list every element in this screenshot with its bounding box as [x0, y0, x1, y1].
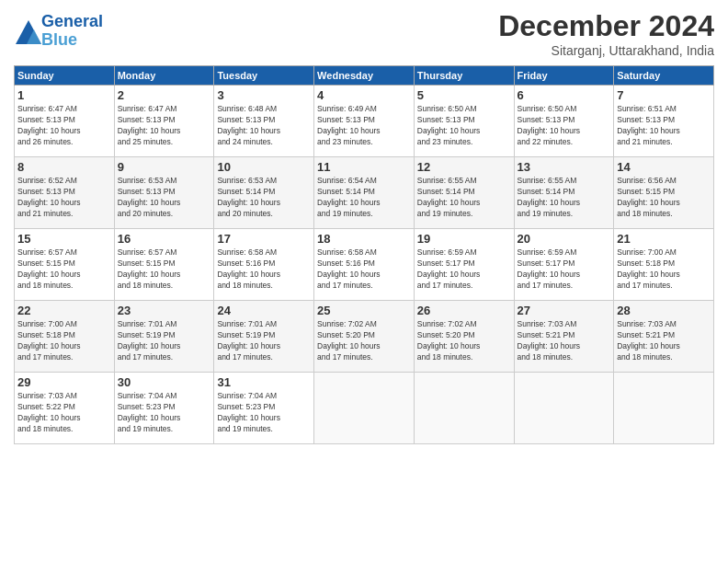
day-info: Sunrise: 7:00 AM Sunset: 5:18 PM Dayligh… — [17, 319, 111, 363]
day-info: Sunrise: 7:02 AM Sunset: 5:20 PM Dayligh… — [417, 319, 511, 363]
calendar-cell — [514, 373, 614, 444]
day-info: Sunrise: 6:52 AM Sunset: 5:13 PM Dayligh… — [17, 176, 111, 220]
main-container: General Blue December 2024 Sitarganj, Ut… — [0, 0, 728, 454]
day-info: Sunrise: 7:03 AM Sunset: 5:22 PM Dayligh… — [17, 391, 111, 435]
calendar-cell: 12Sunrise: 6:55 AM Sunset: 5:14 PM Dayli… — [414, 157, 514, 229]
calendar-cell: 27Sunrise: 7:03 AM Sunset: 5:21 PM Dayli… — [514, 301, 614, 373]
day-number: 28 — [617, 304, 711, 317]
header-saturday: Saturday — [614, 66, 714, 86]
calendar-week-4: 22Sunrise: 7:00 AM Sunset: 5:18 PM Dayli… — [15, 301, 714, 373]
day-number: 24 — [217, 304, 311, 317]
calendar-cell: 24Sunrise: 7:01 AM Sunset: 5:19 PM Dayli… — [214, 301, 314, 373]
day-number: 21 — [617, 232, 711, 246]
day-number: 15 — [17, 232, 111, 246]
day-info: Sunrise: 7:03 AM Sunset: 5:21 PM Dayligh… — [518, 319, 611, 363]
day-info: Sunrise: 6:53 AM Sunset: 5:14 PM Dayligh… — [217, 176, 311, 220]
calendar-cell: 7Sunrise: 6:51 AM Sunset: 5:13 PM Daylig… — [614, 86, 714, 157]
calendar-cell: 25Sunrise: 7:02 AM Sunset: 5:20 PM Dayli… — [314, 301, 415, 373]
day-number: 22 — [17, 304, 111, 317]
day-number: 18 — [317, 232, 411, 246]
header-monday: Monday — [114, 66, 214, 86]
day-number: 3 — [217, 88, 311, 102]
day-info: Sunrise: 7:03 AM Sunset: 5:21 PM Dayligh… — [617, 319, 711, 363]
calendar-cell: 6Sunrise: 6:50 AM Sunset: 5:13 PM Daylig… — [514, 86, 614, 157]
calendar-cell — [614, 373, 714, 444]
calendar-cell: 28Sunrise: 7:03 AM Sunset: 5:21 PM Dayli… — [614, 301, 714, 373]
logo-text: General Blue — [41, 13, 103, 50]
day-info: Sunrise: 7:01 AM Sunset: 5:19 PM Dayligh… — [217, 319, 311, 363]
day-number: 5 — [417, 88, 511, 102]
day-info: Sunrise: 6:48 AM Sunset: 5:13 PM Dayligh… — [217, 104, 311, 148]
location-title: Sitarganj, Uttarakhand, India — [498, 43, 714, 58]
calendar-cell: 31Sunrise: 7:04 AM Sunset: 5:23 PM Dayli… — [214, 373, 314, 444]
calendar-cell: 2Sunrise: 6:47 AM Sunset: 5:13 PM Daylig… — [114, 86, 214, 157]
calendar-cell — [314, 373, 415, 444]
day-info: Sunrise: 6:59 AM Sunset: 5:17 PM Dayligh… — [417, 247, 511, 292]
day-info: Sunrise: 6:55 AM Sunset: 5:14 PM Dayligh… — [417, 176, 511, 220]
calendar-cell: 19Sunrise: 6:59 AM Sunset: 5:17 PM Dayli… — [414, 229, 514, 301]
day-number: 30 — [118, 375, 211, 389]
calendar-cell: 16Sunrise: 6:57 AM Sunset: 5:15 PM Dayli… — [114, 229, 214, 301]
calendar-week-3: 15Sunrise: 6:57 AM Sunset: 5:15 PM Dayli… — [15, 229, 714, 301]
day-info: Sunrise: 6:57 AM Sunset: 5:15 PM Dayligh… — [118, 247, 211, 292]
day-info: Sunrise: 6:47 AM Sunset: 5:13 PM Dayligh… — [118, 104, 211, 148]
day-info: Sunrise: 6:53 AM Sunset: 5:13 PM Dayligh… — [118, 176, 211, 220]
day-info: Sunrise: 6:54 AM Sunset: 5:14 PM Dayligh… — [317, 176, 411, 220]
day-number: 31 — [217, 375, 311, 389]
month-title: December 2024 — [498, 9, 714, 43]
calendar-cell: 15Sunrise: 6:57 AM Sunset: 5:15 PM Dayli… — [15, 229, 115, 301]
calendar-cell: 10Sunrise: 6:53 AM Sunset: 5:14 PM Dayli… — [214, 157, 314, 229]
day-number: 13 — [518, 160, 611, 174]
day-info: Sunrise: 7:00 AM Sunset: 5:18 PM Dayligh… — [617, 247, 711, 292]
logo: General Blue — [14, 13, 103, 50]
day-number: 6 — [518, 88, 611, 102]
day-info: Sunrise: 6:56 AM Sunset: 5:15 PM Dayligh… — [617, 176, 711, 220]
day-info: Sunrise: 7:02 AM Sunset: 5:20 PM Dayligh… — [317, 319, 411, 363]
day-number: 8 — [17, 160, 111, 174]
calendar-cell: 17Sunrise: 6:58 AM Sunset: 5:16 PM Dayli… — [214, 229, 314, 301]
calendar-cell: 18Sunrise: 6:58 AM Sunset: 5:16 PM Dayli… — [314, 229, 415, 301]
day-number: 23 — [118, 304, 211, 317]
day-number: 14 — [617, 160, 711, 174]
day-info: Sunrise: 6:58 AM Sunset: 5:16 PM Dayligh… — [317, 247, 411, 292]
header-row: Sunday Monday Tuesday Wednesday Thursday… — [15, 66, 714, 86]
day-info: Sunrise: 6:57 AM Sunset: 5:15 PM Dayligh… — [17, 247, 111, 292]
calendar-table: Sunday Monday Tuesday Wednesday Thursday… — [14, 65, 714, 444]
calendar-cell: 11Sunrise: 6:54 AM Sunset: 5:14 PM Dayli… — [314, 157, 415, 229]
day-number: 9 — [118, 160, 211, 174]
day-number: 7 — [617, 88, 711, 102]
calendar-cell: 23Sunrise: 7:01 AM Sunset: 5:19 PM Dayli… — [114, 301, 214, 373]
calendar-cell: 20Sunrise: 6:59 AM Sunset: 5:17 PM Dayli… — [514, 229, 614, 301]
calendar-cell: 13Sunrise: 6:55 AM Sunset: 5:14 PM Dayli… — [514, 157, 614, 229]
day-number: 16 — [118, 232, 211, 246]
header-wednesday: Wednesday — [314, 66, 415, 86]
day-number: 27 — [518, 304, 611, 317]
day-info: Sunrise: 7:04 AM Sunset: 5:23 PM Dayligh… — [118, 391, 211, 435]
header: General Blue December 2024 Sitarganj, Ut… — [14, 9, 714, 58]
title-area: December 2024 Sitarganj, Uttarakhand, In… — [498, 9, 714, 58]
calendar-cell: 14Sunrise: 6:56 AM Sunset: 5:15 PM Dayli… — [614, 157, 714, 229]
calendar-week-5: 29Sunrise: 7:03 AM Sunset: 5:22 PM Dayli… — [15, 373, 714, 444]
day-info: Sunrise: 6:50 AM Sunset: 5:13 PM Dayligh… — [417, 104, 511, 148]
day-number: 17 — [217, 232, 311, 246]
calendar-cell — [414, 373, 514, 444]
calendar-cell: 22Sunrise: 7:00 AM Sunset: 5:18 PM Dayli… — [15, 301, 115, 373]
calendar-cell: 29Sunrise: 7:03 AM Sunset: 5:22 PM Dayli… — [15, 373, 115, 444]
calendar-week-2: 8Sunrise: 6:52 AM Sunset: 5:13 PM Daylig… — [15, 157, 714, 229]
day-info: Sunrise: 6:59 AM Sunset: 5:17 PM Dayligh… — [518, 247, 611, 292]
day-info: Sunrise: 6:58 AM Sunset: 5:16 PM Dayligh… — [217, 247, 311, 292]
calendar-cell: 9Sunrise: 6:53 AM Sunset: 5:13 PM Daylig… — [114, 157, 214, 229]
day-info: Sunrise: 6:51 AM Sunset: 5:13 PM Dayligh… — [617, 104, 711, 148]
calendar-cell: 5Sunrise: 6:50 AM Sunset: 5:13 PM Daylig… — [414, 86, 514, 157]
calendar-cell: 21Sunrise: 7:00 AM Sunset: 5:18 PM Dayli… — [614, 229, 714, 301]
day-number: 26 — [417, 304, 511, 317]
header-sunday: Sunday — [15, 66, 115, 86]
day-number: 4 — [317, 88, 411, 102]
header-friday: Friday — [514, 66, 614, 86]
calendar-cell: 30Sunrise: 7:04 AM Sunset: 5:23 PM Dayli… — [114, 373, 214, 444]
day-info: Sunrise: 6:55 AM Sunset: 5:14 PM Dayligh… — [518, 176, 611, 220]
logo-icon — [14, 18, 40, 44]
day-number: 10 — [217, 160, 311, 174]
calendar-cell: 1Sunrise: 6:47 AM Sunset: 5:13 PM Daylig… — [15, 86, 115, 157]
day-info: Sunrise: 6:47 AM Sunset: 5:13 PM Dayligh… — [17, 104, 111, 148]
